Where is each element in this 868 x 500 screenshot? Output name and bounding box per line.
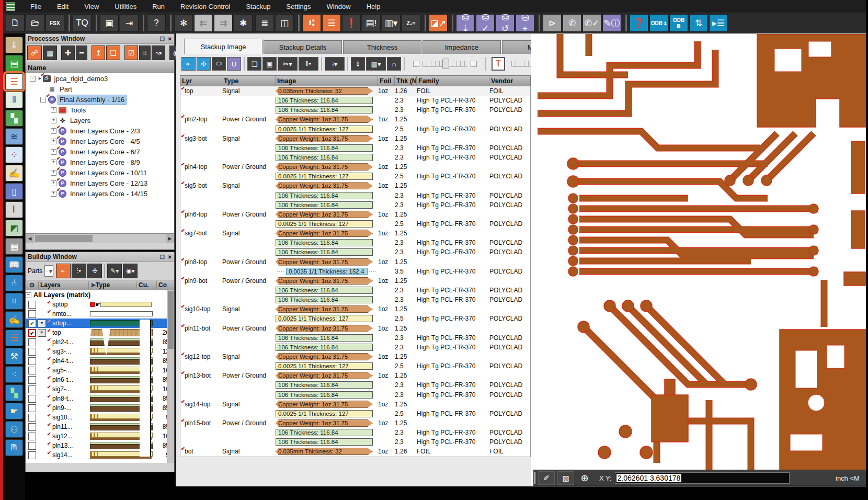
table-row[interactable]: 106 Thickness: 116.842.3High Tg PCL-FR-3… (180, 390, 530, 400)
stackup-panel-icon[interactable]: ⌗ (5, 293, 23, 310)
pencil-dropdown-icon[interactable]: ✎▾ (107, 264, 122, 278)
select-region-icon[interactable]: ▧ (557, 471, 574, 485)
stackup-people-icon[interactable]: ⚇ (5, 421, 23, 438)
table-row[interactable]: 0.0025 1/1 Thickness: 1272.5High Tg PCL-… (180, 409, 530, 418)
table-row[interactable]: ····0.0035 1/1 Thickness: 152.4····3.5Hi… (180, 267, 530, 276)
buildup-layer-row-sig5[interactable]: ✳✔sig5-...101 (26, 366, 174, 375)
material-bar[interactable]: Copper Weight: 1oz 31.75 (276, 211, 373, 218)
parts-dropdown[interactable]: · ▾ (44, 265, 53, 277)
table-row[interactable]: ✔pln8-topPower / GroundCopper Weight: 1o… (180, 257, 530, 267)
tab-impedance[interactable]: Impedance (422, 40, 501, 54)
material-bar[interactable]: Copper Weight: 1oz 31.75 (276, 401, 373, 408)
material-bar[interactable]: 106 Thickness: 116.84 (276, 391, 373, 399)
table-row[interactable]: ✔pln13-botPower / GroundCopper Weight: 1… (180, 371, 530, 380)
visibility-checkbox[interactable] (28, 385, 36, 393)
tree-item-inner-layers-core-6-7[interactable]: +P✔Inner Layers Core - 6/7 (26, 146, 174, 157)
menu-item-file[interactable]: File (22, 1, 49, 12)
visibility-checkbox[interactable] (28, 451, 36, 459)
material-bar[interactable]: Copper Weight: 1oz 31.75 (276, 372, 373, 379)
table-row[interactable]: 0.0025 1/1 Thickness: 1272.5High Tg PCL-… (180, 361, 530, 371)
buildup-layer-row-sptop[interactable]: ✳✔sptop☛ (26, 300, 174, 309)
menu-item-run[interactable]: Run (144, 1, 173, 12)
auto-wand-icon[interactable]: ✻ (174, 14, 193, 32)
table-row[interactable]: ✔sig5-botSignalCopper Weight: 1oz 31.751… (180, 181, 530, 190)
tree-item-inner-layers-core-10-11[interactable]: +P✔Inner Layers Core - 10/11 (26, 167, 174, 178)
table-row[interactable]: 106 Thickness: 116.842.3High Tg PCL-FR-3… (180, 200, 530, 210)
material-bar[interactable]: Copper Weight: 1oz 31.75 (276, 277, 373, 285)
table-row[interactable]: 0.0025 1/1 Thickness: 1272.5High Tg PCL-… (180, 219, 530, 229)
rows-dropdown-icon[interactable]: ⁝▾ (325, 57, 345, 71)
compare-left-icon[interactable]: ⇇ (194, 14, 213, 32)
collapse-icon[interactable]: − (30, 76, 36, 82)
table-row[interactable]: 106 Thickness: 116.842.3High Tg PCL-FR-3… (180, 247, 530, 257)
stackup-parts-icon[interactable]: ▚ (5, 384, 23, 401)
book-icon[interactable]: ▯ (5, 183, 23, 200)
visibility-checkbox[interactable] (28, 348, 36, 356)
table-row[interactable]: ✔sig10-topSignalCopper Weight: 1oz 31.75… (180, 304, 530, 314)
db-undo-icon[interactable]: ⛁↺ (496, 14, 515, 32)
buildup-layer-row-sig14[interactable]: ✳✔sig14...91 (26, 450, 174, 460)
lamp-icon[interactable]: ∩ (387, 57, 401, 71)
new-file-icon[interactable]: 🗋 (6, 14, 25, 32)
collapse-icon[interactable]: − (40, 97, 46, 103)
rout-icon[interactable]: ✣ (87, 264, 102, 278)
buildup-layer-row-pln4t[interactable]: ✳✔pln4-t...851 (26, 356, 174, 366)
archive-icon[interactable]: ≣ (255, 14, 274, 32)
help-query-icon[interactable]: ❓ (630, 14, 648, 32)
expand-icon[interactable]: + (51, 139, 56, 144)
buildup-layer-row-pln13[interactable]: ✳✔pln13...851 (26, 441, 174, 450)
netlist-book-icon[interactable]: ▤ (5, 55, 23, 72)
table-row[interactable]: ✔pln4-topPower / GroundCopper Weight: 1o… (180, 162, 530, 172)
report-preview-icon[interactable]: ◫ (275, 14, 294, 32)
send-forward-icon[interactable]: ⊳ (543, 14, 562, 32)
visibility-checkbox[interactable] (28, 414, 36, 422)
material-bar[interactable]: 106 Thickness: 116.84 (276, 334, 373, 342)
quadrant-icon[interactable]: ⊕ (577, 472, 592, 484)
visibility-checkbox[interactable] (28, 442, 36, 450)
odb-export-icon[interactable]: ODB🗎 (669, 14, 688, 32)
material-bar[interactable]: 0.0025 1/1 Thickness: 127 (276, 315, 373, 322)
table-row[interactable]: ✔pln2-topPower / GroundCopper Weight: 1o… (180, 115, 530, 124)
visibility-checkbox[interactable]: ✔ (28, 329, 36, 337)
buildup-layer-row-top[interactable]: ✔✳✔top261 (26, 328, 174, 337)
column-header-image[interactable]: Image (276, 76, 378, 86)
material-bar[interactable]: 0.035mm Thickness: 32 (276, 87, 373, 95)
material-bar[interactable]: 106 Thickness: 116.84 (276, 344, 373, 351)
call-history-icon[interactable]: ✆ (563, 14, 581, 32)
table-row[interactable]: 0.0025 1/1 Thickness: 1272.5High Tg PCL-… (180, 314, 530, 323)
drill-icon[interactable]: ⯬ (56, 264, 71, 278)
visibility-checkbox[interactable]: ✔ (28, 320, 36, 327)
buildup-layer-row-pln11[interactable]: ✳✔pln11...851 (26, 422, 174, 431)
table-row[interactable]: 0.0025 1/1 Thickness: 1272.5High Tg PCL-… (180, 172, 530, 181)
rout-tool-icon[interactable]: ✣ (197, 57, 211, 71)
drill-table-dropdown-icon[interactable]: ⫶▾ (72, 264, 86, 278)
column-header-lyr[interactable]: Lyr (180, 76, 222, 86)
remove-icon[interactable]: ━ (76, 46, 87, 60)
table-row[interactable]: 106 Thickness: 116.842.3High Tg PCL-FR-3… (180, 153, 530, 162)
columns-compare-icon[interactable]: ⫴ (5, 92, 23, 108)
xy-coordinate-field[interactable]: 2.062601 3.630178 (615, 472, 790, 484)
inbox-download-icon[interactable]: ⇩ (5, 37, 23, 53)
layers-alert-icon[interactable]: ▤! (362, 14, 381, 32)
visibility-checkbox[interactable] (28, 338, 36, 346)
table-row[interactable]: ✔sig7-botSignalCopper Weight: 1oz 31.751… (180, 229, 530, 238)
menu-item-help[interactable]: Help (359, 1, 389, 12)
visibility-checkbox[interactable] (28, 376, 36, 384)
layers-column-header[interactable]: Layers (38, 281, 88, 289)
scroll-thumb[interactable] (168, 291, 174, 349)
stackup-list-icon[interactable]: ☰ (5, 329, 23, 346)
visibility-checkbox[interactable] (28, 367, 36, 374)
grid-sheet-icon[interactable]: ▦ (5, 238, 23, 255)
column-header-thkn[interactable]: Thk (N (395, 76, 417, 86)
table-row[interactable]: 106 Thickness: 116.842.3High Tg PCL-FR-3… (180, 428, 530, 437)
stackup-doc-icon[interactable]: 🗎 (5, 439, 23, 456)
tree-item-layers[interactable]: +❖Layers (26, 115, 174, 126)
mask-icon[interactable]: ⬭ (212, 57, 226, 71)
compare-right-icon[interactable]: ⇉ (214, 14, 233, 32)
material-bar[interactable]: Copper Weight: 1oz 31.75 (276, 116, 373, 123)
checklist-dropdown-icon[interactable]: ▥▾ (382, 14, 401, 32)
text-tool-button[interactable]: T (492, 57, 505, 71)
material-bar[interactable]: Copper Weight: 1oz 31.75 (276, 230, 373, 237)
column-header-family[interactable]: Family (417, 76, 489, 86)
slider-checkbox[interactable] (413, 61, 419, 67)
